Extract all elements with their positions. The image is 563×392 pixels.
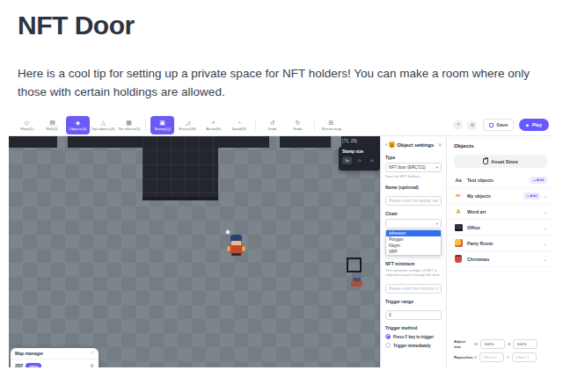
toolbar-divider — [255, 119, 256, 131]
player-avatar — [227, 233, 246, 258]
stamp-icon: ▣ — [159, 120, 165, 126]
stamp-size-2x[interactable]: 2x — [355, 156, 364, 164]
text-objects-icon: Aa — [454, 176, 463, 185]
chain-option-ethereum[interactable]: ethereum — [386, 230, 441, 236]
tool-stamp[interactable]: ▣ Stamp(Q) — [150, 116, 174, 134]
stamp-size-4x[interactable]: 4x — [367, 156, 377, 164]
chain-label: Chain — [385, 211, 442, 216]
redo-icon: ↻ — [296, 120, 301, 126]
stamp-size-1x[interactable]: 1x — [342, 156, 352, 164]
tool-arrow[interactable]: + Arrow(E) — [201, 116, 225, 134]
category-party-room[interactable]: Party Room ⌄ — [447, 236, 554, 251]
trigger-range-input[interactable] — [385, 310, 442, 320]
nft-minimum-input[interactable] — [385, 284, 442, 294]
map-list-item[interactable]: 2BF entry ⚙ — [11, 359, 99, 367]
tool-objects[interactable]: ◈ Objects(3) — [66, 116, 90, 134]
close-icon[interactable]: × — [438, 142, 442, 148]
tool-eraser[interactable]: ◿ Eraser(W) — [176, 116, 200, 134]
toolbar-divider — [314, 119, 315, 131]
dark-room-structure — [143, 136, 218, 200]
tool-tile-effects[interactable]: ▦ Tile effects(5) — [117, 116, 141, 134]
back-icon[interactable]: ‹ — [385, 142, 387, 148]
tool-wall[interactable]: ▤ Wall(2) — [40, 116, 64, 134]
help-icon[interactable]: ? — [453, 120, 463, 130]
height-input[interactable] — [513, 339, 537, 349]
chain-select[interactable]: ▾ — [385, 219, 442, 229]
trigger-option-press-f[interactable]: Press F key to trigger — [385, 334, 442, 339]
trigger-option-immediately[interactable]: Trigger immediately — [385, 343, 442, 348]
category-christmas[interactable]: Christmas ⌄ — [447, 251, 554, 267]
tool-spoid[interactable]: ◔ Spoid(S) — [227, 116, 251, 134]
chevron-down-icon: ▾ — [436, 221, 438, 226]
type-help-text: Door for NFT holders. — [385, 174, 442, 179]
cursor-coordinates: (71, 29) — [342, 138, 357, 143]
collapse-icon[interactable]: ⌃ — [91, 351, 94, 356]
w-axis-label: W — [474, 342, 478, 346]
page-title: NFT Door — [18, 11, 135, 40]
wall-tiles — [68, 136, 143, 148]
asset-store-button[interactable]: Asset Store — [454, 155, 547, 168]
page: NFT Door Here is a cool tip for setting … — [0, 0, 563, 392]
arrow-icon: + — [211, 120, 215, 126]
adjust-size-label: Adjust size — [454, 339, 472, 348]
category-my-objects[interactable]: MY My objects + Add ⌄ — [447, 188, 554, 204]
offset-x-input[interactable] — [479, 352, 504, 362]
tool-redo[interactable]: ↻ Redo — [286, 116, 310, 134]
editor-toolbar: ◇ Floor(1) ▤ Wall(2) ◈ Objects(3) △ Top … — [9, 114, 554, 136]
save-icon — [489, 123, 494, 127]
floor-icon: ◇ — [25, 120, 29, 126]
map-canvas[interactable]: (71, 29) Stamp size 1x 2x 4x — [9, 136, 380, 367]
trigger-method-label: Trigger method — [385, 325, 442, 330]
map-editor-screenshot: ◇ Floor(1) ▤ Wall(2) ◈ Objects(3) △ Top … — [9, 114, 554, 367]
chain-option-klaytn[interactable]: Klaytn — [386, 243, 441, 249]
offset-y-input[interactable] — [512, 352, 537, 362]
type-select[interactable]: NFT door (ERC721) ▾ — [385, 163, 442, 172]
avatar-status-bubble — [225, 229, 230, 235]
y-axis-label: Y — [507, 355, 509, 359]
name-input[interactable] — [385, 196, 442, 206]
radio-icon — [385, 343, 391, 348]
entry-badge: entry — [26, 363, 41, 368]
add-badge[interactable]: + Add — [530, 177, 547, 184]
eyedropper-icon: ◔ — [237, 120, 240, 126]
play-button[interactable]: ▶ Play — [519, 119, 549, 131]
category-text-objects[interactable]: Aa Text objects + Add — [447, 172, 554, 188]
tool-top-objects[interactable]: △ Top objects(4) — [91, 116, 115, 134]
radio-selected-icon — [385, 334, 391, 339]
map-manager-panel: Map manager ⌃ 2BF entry ⚙ Create map — [11, 348, 99, 367]
stamp-size-tooltip: Stamp size 1x 2x 4x — [339, 147, 380, 171]
chain-option-polygon[interactable]: Polygon — [386, 236, 441, 243]
map-name: 2BF — [15, 363, 23, 367]
wall-icon: ▤ — [49, 120, 55, 126]
nft-door-object[interactable] — [351, 272, 362, 287]
shopping-bag-icon — [483, 158, 488, 164]
map-settings-gear-icon[interactable]: ⚙ — [90, 363, 94, 367]
category-word-art[interactable]: A Word art ⌄ — [447, 204, 554, 220]
add-badge[interactable]: + Add — [523, 192, 541, 200]
category-office[interactable]: Office ⌄ — [447, 220, 554, 236]
tool-resize-map[interactable]: ⊞ Resize map — [319, 116, 343, 134]
settings-icon[interactable]: ⚙ — [467, 120, 477, 130]
nft-minimum-help-text: The minimum number of NFT is required to… — [385, 268, 442, 278]
play-icon: ▶ — [526, 123, 529, 127]
wall-tiles — [9, 136, 57, 148]
chevron-down-icon: ⌄ — [543, 193, 547, 199]
page-description: Here is a cool tip for setting up a priv… — [18, 65, 545, 102]
tool-floor[interactable]: ◇ Floor(1) — [15, 116, 39, 134]
trigger-range-label: Trigger range — [385, 299, 442, 304]
chevron-down-icon: ⌄ — [543, 257, 547, 262]
object-settings-title: Object settings — [397, 142, 434, 148]
party-room-icon — [454, 239, 463, 248]
object-settings-panel: ‹ Object settings × Type NFT door (ERC72… — [380, 136, 447, 367]
tool-undo[interactable]: ↺ Undo — [260, 116, 284, 134]
objects-panel-title: Objects — [447, 136, 554, 149]
wall-tiles — [280, 136, 331, 148]
stamp-size-title: Stamp size — [342, 149, 377, 154]
nft-minimum-label: NFT minimum — [385, 261, 442, 266]
eraser-icon: ◿ — [186, 120, 190, 126]
wall-tiles — [218, 136, 269, 148]
christmas-icon — [454, 255, 463, 264]
save-button[interactable]: Save — [483, 119, 514, 131]
chain-option-xrp[interactable]: XRP — [386, 249, 441, 255]
width-input[interactable] — [480, 339, 505, 349]
